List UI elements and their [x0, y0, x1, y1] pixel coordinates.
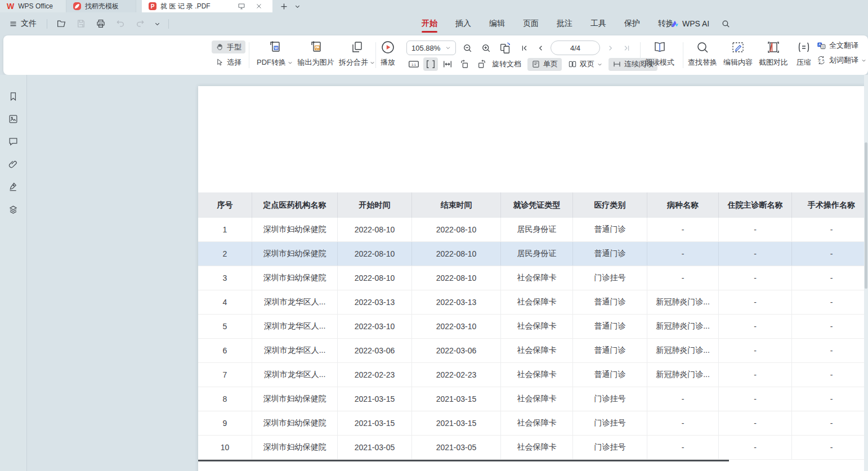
undo-button[interactable]: [113, 16, 128, 31]
ribbon-search-button[interactable]: [718, 16, 733, 31]
signature-panel-button[interactable]: [7, 180, 20, 193]
document-canvas[interactable]: 序号 定点医药机构名称 开始时间 结束时间 就诊凭证类型 医疗类别 病种名称 住…: [27, 75, 868, 471]
next-page-button[interactable]: [604, 41, 616, 55]
word-translate-button[interactable]: 文 A 划词翻译: [816, 55, 866, 65]
page-number-input[interactable]: 4/4: [551, 41, 600, 55]
cell-start-date: 2022-02-23: [338, 363, 412, 387]
cell-medical-category: 普通门诊: [573, 218, 647, 241]
split-merge-button[interactable]: 拆分合并: [339, 40, 375, 68]
vertical-scrollbar[interactable]: [864, 75, 868, 471]
signature-pen-icon: [8, 181, 19, 192]
cell-index: 5: [198, 315, 252, 338]
table-row: 5 深圳市龙华区人... 2022-03-10 2022-03-10 社会保障卡…: [198, 315, 868, 339]
word-translate-icon: 文 A: [816, 55, 826, 65]
select-tool-button[interactable]: 选择: [212, 56, 245, 69]
actual-size-button[interactable]: 1:1: [406, 57, 421, 71]
ribbon-tab-protect[interactable]: 保护: [615, 12, 649, 35]
layers-panel-button[interactable]: [7, 202, 20, 216]
edit-content-button[interactable]: 编辑内容: [722, 40, 754, 68]
fit-page-button[interactable]: [440, 57, 455, 71]
rotate-left-button[interactable]: [457, 57, 472, 71]
cell-credential-type: 社会保障卡: [501, 290, 573, 314]
select-tool-label: 选择: [227, 57, 241, 68]
divider: [683, 42, 683, 68]
ribbon-tab-page[interactable]: 页面: [514, 12, 548, 35]
ribbon-tab-tools[interactable]: 工具: [581, 12, 615, 35]
wps-ai-button[interactable]: WPS AI: [670, 19, 709, 29]
compress-button[interactable]: 压缩: [793, 40, 815, 68]
history-chevron-icon[interactable]: [153, 16, 162, 31]
cell-medical-category: 门诊挂号: [573, 436, 647, 459]
full-translate-label: 全文翻译: [829, 41, 858, 51]
cell-index: 4: [198, 290, 252, 314]
ribbon-tab-home[interactable]: 开始: [413, 12, 446, 35]
single-page-button[interactable]: 单页: [527, 58, 562, 71]
open-file-button[interactable]: [54, 16, 69, 31]
cell-diagnosis-name: -: [719, 387, 792, 411]
table-row: 2 深圳市妇幼保健院 2022-08-10 2022-08-10 居民身份证 普…: [198, 242, 868, 266]
cell-institution: 深圳市龙华区人...: [252, 339, 338, 362]
export-image-label: 输出为图片: [298, 57, 334, 68]
print-button[interactable]: [93, 16, 108, 31]
first-page-button[interactable]: [518, 41, 530, 55]
bookmarks-panel-button[interactable]: [7, 89, 20, 103]
double-page-button[interactable]: 双页: [564, 58, 606, 71]
cell-institution: 深圳市龙华区人...: [252, 363, 338, 387]
cell-institution: 深圳市妇幼保健院: [252, 266, 338, 290]
find-replace-button[interactable]: 查找替换: [687, 40, 718, 68]
last-page-button[interactable]: [620, 41, 633, 55]
find-replace-label: 查找替换: [688, 57, 717, 68]
zoom-out-button[interactable]: [460, 41, 475, 55]
tab-docer-templates[interactable]: 找稻壳模板: [66, 0, 136, 12]
fit-width-button[interactable]: [423, 57, 438, 71]
tab-wps-office[interactable]: W WPS Office: [0, 0, 66, 12]
cell-medical-category: 普通门诊: [573, 339, 647, 362]
svg-text:文: 文: [818, 59, 821, 62]
cell-index: 10: [198, 436, 252, 459]
ribbon-tab-edit[interactable]: 编辑: [480, 12, 514, 35]
wps-ai-icon: [670, 19, 679, 29]
header-cell: 开始时间: [338, 192, 412, 218]
screenshot-compare-button[interactable]: 截图对比: [758, 40, 789, 68]
redo-button[interactable]: [133, 16, 147, 31]
play-button[interactable]: 播放: [381, 40, 395, 68]
cell-index: 3: [198, 266, 252, 290]
wps-logo-icon: W: [7, 2, 14, 10]
close-tab-icon[interactable]: [252, 3, 266, 10]
ribbon-tab-comment[interactable]: 批注: [548, 12, 581, 35]
attachments-panel-button[interactable]: [7, 157, 20, 171]
tab-document-pdf[interactable]: P 就 医 记 录 .PDF: [142, 0, 272, 12]
read-mode-button[interactable]: 阅读模式: [645, 40, 674, 68]
comments-panel-button[interactable]: [7, 134, 20, 148]
cell-disease-name: 新冠肺炎门诊...: [647, 363, 719, 387]
document-workspace: 序号 定点医药机构名称 开始时间 结束时间 就诊凭证类型 医疗类别 病种名称 住…: [0, 75, 868, 471]
tab-list-chevron-icon[interactable]: [290, 0, 304, 12]
hand-tool-label: 手型: [227, 42, 241, 52]
cell-medical-category: 普通门诊: [573, 290, 647, 314]
save-button[interactable]: [74, 16, 88, 31]
scrollbar-thumb[interactable]: [865, 142, 867, 289]
full-translate-button[interactable]: A 文 全文翻译: [816, 41, 866, 51]
cell-index: 6: [198, 339, 252, 362]
ribbon-tab-insert[interactable]: 插入: [446, 12, 480, 35]
page-swap-button[interactable]: [497, 41, 514, 55]
previous-page-button[interactable]: [534, 41, 547, 55]
pdf-convert-button[interactable]: W PDF转换: [257, 40, 293, 68]
export-image-button[interactable]: 输出为图片: [298, 40, 334, 68]
rotate-right-button[interactable]: [474, 57, 489, 71]
play-label: 播放: [381, 57, 395, 68]
hand-tool-button[interactable]: 手型: [212, 41, 245, 53]
cell-disease-name: -: [647, 266, 719, 290]
file-menu-button[interactable]: 文件: [6, 17, 40, 30]
thumbnails-panel-button[interactable]: [7, 112, 20, 125]
table-row: 10 深圳市妇幼保健院 2021-03-05 2021-03-05 社会保障卡 …: [198, 436, 868, 460]
zoom-level-select[interactable]: 105.88%: [406, 41, 456, 55]
present-to-screen-icon[interactable]: [235, 2, 248, 10]
new-tab-button[interactable]: [277, 0, 290, 12]
layers-icon: [8, 204, 19, 214]
attachment-icon: [8, 159, 19, 169]
zoom-in-button[interactable]: [478, 41, 493, 55]
cell-end-date: 2021-03-05: [412, 436, 501, 459]
hand-icon: [216, 43, 224, 51]
cell-diagnosis-name: -: [719, 218, 792, 241]
